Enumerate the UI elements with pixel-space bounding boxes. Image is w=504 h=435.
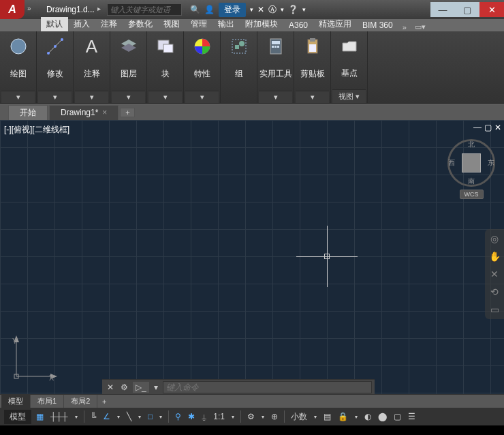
qat-expand-icon[interactable]: » [27,5,37,14]
panel-expand-icon[interactable]: ▾ [75,91,108,103]
panel-expand-icon[interactable]: 视图 ▾ [332,89,366,103]
grid-icon[interactable]: ▦ [34,412,46,421]
orbit-icon[interactable]: ⟲ [490,286,499,297]
cmd-recent-icon[interactable]: ▾ [152,382,160,392]
ribbon-tab-output[interactable]: 输出 [212,17,240,31]
ribbon-tab-annotate[interactable]: 注释 [95,17,123,31]
layout-tab-model[interactable]: 模型 [1,395,31,408]
ortho-icon[interactable]: ╚ [89,412,99,421]
viewport-label[interactable]: [-][俯视][二维线框] [4,124,69,136]
ribbon-tab-view[interactable]: 视图 [158,17,185,31]
workspace-icon[interactable]: ⚙ [245,412,257,421]
viewcube-south[interactable]: 南 [468,177,475,186]
viewcube-top-face[interactable] [462,153,481,172]
panel-basepoint[interactable]: 基点 视图 ▾ [331,31,368,103]
tab-start[interactable]: 开始 [8,105,48,120]
isodraft-icon[interactable]: ╲ [125,412,133,421]
ribbon-tab-featured[interactable]: 精选应用 [313,17,357,31]
polar-icon[interactable]: ∠ [101,412,112,421]
osnap-icon[interactable]: □ [146,412,155,421]
panel-draw[interactable]: 绘图 ▾ [0,31,37,103]
ribbon-tab-a360[interactable]: A360 [283,19,313,31]
annoscale-icon[interactable]: ⚲ [173,412,183,421]
search-input[interactable] [107,3,182,16]
cmd-close-icon[interactable]: ✕ [105,382,116,392]
close-icon[interactable]: × [102,108,107,117]
isolate-icon[interactable]: ◐ [362,412,373,421]
panel-layers[interactable]: 图层 ▾ [110,31,147,103]
viewcube-north[interactable]: 北 [468,140,475,149]
dropdown-icon[interactable]: ▾ [250,6,253,13]
panel-expand-icon[interactable]: ▾ [112,91,145,103]
scale-label[interactable]: 1:1 [211,412,227,421]
ribbon-tab-insert[interactable]: 插入 [68,17,95,31]
viewport-minimize-icon[interactable]: — [473,123,482,132]
clipboard-icon[interactable] [300,34,325,59]
panel-block[interactable]: 块 ▾ [147,31,184,103]
ribbon-tab-parametric[interactable]: 参数化 [123,17,158,31]
wcs-badge[interactable]: WCS [460,190,484,199]
exchange-icon[interactable]: ✕ [257,5,264,14]
panel-properties[interactable]: 特性 ▾ [184,31,221,103]
text-icon[interactable]: A [80,34,104,59]
block-icon[interactable] [153,34,178,59]
maximize-button[interactable]: ▢ [455,2,479,17]
units-label[interactable]: 小数 [289,411,309,423]
new-tab-button[interactable]: + [120,108,135,117]
panel-modify[interactable]: 修改 ▾ [37,31,74,103]
binoculars-icon[interactable]: 🔍 [190,5,200,14]
circle-icon[interactable] [6,34,31,59]
ribbon-panel-icon[interactable]: ▭▾ [411,22,430,31]
quickprops-icon[interactable]: ▤ [321,412,333,421]
ribbon-tab-manage[interactable]: 管理 [185,17,212,31]
colorwheel-icon[interactable] [190,34,215,59]
dropdown-icon[interactable]: ▾ [115,414,122,420]
panel-expand-icon[interactable]: ▾ [148,91,182,103]
a-icon[interactable]: Ⓐ [268,4,277,16]
dropdown-icon[interactable]: ▾ [259,414,266,420]
annovis-icon[interactable]: ✱ [186,412,197,421]
cleanscreen-icon[interactable]: ▢ [392,412,403,421]
dropdown-icon[interactable]: ▾ [230,414,236,420]
showmotion-icon[interactable]: ▭ [490,304,499,315]
add-layout-button[interactable]: + [97,397,111,406]
minimize-button[interactable]: ― [430,2,455,17]
close-button[interactable]: ✕ [479,2,504,17]
panel-utilities[interactable]: 实用工具 ▾ [257,31,294,103]
dropdown-icon[interactable]: ▾ [136,414,143,420]
panel-expand-icon[interactable]: ▾ [185,91,219,103]
ribbon-tab-addins[interactable]: 附加模块 [240,17,283,31]
ucs-icon[interactable]: Y X [10,335,57,385]
panel-annotate[interactable]: A 注释 ▾ [74,31,110,103]
viewport-maximize-icon[interactable]: ▢ [484,123,492,132]
panel-expand-icon[interactable]: ▾ [1,91,35,103]
drawing-canvas[interactable]: [-][俯视][二维线框] — ▢ ✕ 北 南 西 东 WCS ◎ ✋ ✕ ⟲ … [0,120,504,394]
hwaccel-icon[interactable]: ⬤ [376,412,389,421]
title-dropdown-icon[interactable]: ▸ [97,5,107,14]
model-space-button[interactable]: 模型 [4,410,31,424]
snap-icon[interactable]: ┼┼┼ [48,412,70,421]
user-icon[interactable]: 👤 [204,5,215,14]
viewcube-west[interactable]: 西 [448,158,455,168]
lockui-icon[interactable]: 🔒 [336,412,350,421]
ribbon-tab-bim360[interactable]: BIM 360 [357,19,398,31]
folder-icon[interactable] [337,34,362,59]
login-button[interactable]: 登录 [219,3,246,17]
app-logo[interactable]: A [0,0,25,19]
panel-group[interactable]: 组 ▾ [221,31,257,103]
command-input[interactable] [163,381,372,393]
pan-icon[interactable]: ✋ [489,251,501,262]
group-icon[interactable] [227,34,251,59]
cmd-customize-icon[interactable]: ⚙ [119,382,130,392]
layers-icon[interactable] [116,34,141,59]
viewcube-east[interactable]: 东 [488,158,494,168]
panel-expand-icon[interactable]: ▾ [259,91,292,103]
annomonitor-icon[interactable]: ⊕ [269,412,280,421]
layout-tab-layout2[interactable]: 布局2 [64,395,97,408]
dropdown-icon[interactable]: ▾ [281,6,284,13]
panel-expand-icon[interactable]: ▾ [38,91,72,103]
viewport-close-icon[interactable]: ✕ [494,123,501,132]
dropdown-icon[interactable]: ▾ [157,414,164,420]
viewcube[interactable]: 北 南 西 东 WCS [444,139,499,207]
calculator-icon[interactable] [264,34,288,59]
